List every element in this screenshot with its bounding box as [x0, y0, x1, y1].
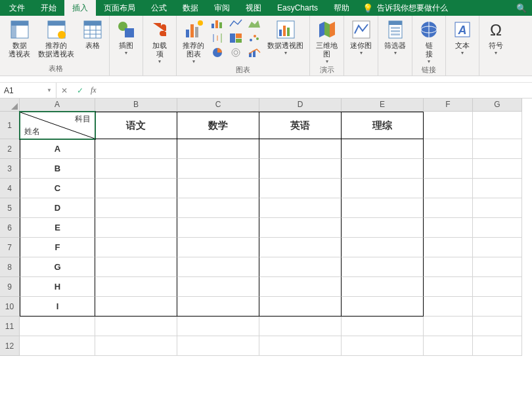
cell-C8[interactable] — [177, 257, 259, 277]
cell-E4[interactable] — [342, 179, 424, 198]
cell-D11[interactable] — [259, 317, 342, 336]
cell-C3[interactable] — [177, 159, 259, 179]
cell-F12[interactable] — [424, 336, 473, 356]
row-header-3[interactable]: 3 — [0, 159, 20, 179]
cell-E11[interactable] — [342, 317, 424, 336]
cell-E5[interactable] — [342, 198, 424, 218]
cell-A8[interactable]: G — [20, 257, 95, 277]
sparklines-button[interactable]: 迷你图 — [347, 17, 375, 58]
stock-chart-icon[interactable] — [209, 32, 226, 45]
cell-E8[interactable] — [342, 257, 424, 277]
line-chart-icon[interactable] — [227, 17, 244, 30]
cell-C6[interactable] — [177, 218, 259, 238]
area-chart-icon[interactable] — [246, 17, 263, 30]
cell-D5[interactable] — [259, 198, 342, 218]
row-header-9[interactable]: 9 — [0, 277, 20, 297]
cell-D12[interactable] — [259, 336, 342, 356]
cell-A5[interactable]: D — [20, 198, 95, 218]
accept-formula-button[interactable]: ✓ — [72, 86, 88, 95]
cell-B12[interactable] — [95, 336, 177, 356]
pivot-table-button[interactable]: 数据 透视表 — [5, 17, 33, 60]
cell-C4[interactable] — [177, 179, 259, 198]
tab-formulas[interactable]: 公式 — [143, 0, 175, 16]
tab-easycharts[interactable]: EasyCharts — [269, 0, 326, 16]
cell-E1[interactable]: 理综 — [342, 112, 424, 139]
cell-A11[interactable] — [20, 317, 95, 336]
tell-me-search[interactable]: 💡 告诉我你想要做什么 — [363, 0, 448, 16]
cell-D7[interactable] — [259, 238, 342, 257]
cell-A3[interactable]: B — [20, 159, 95, 179]
select-all-corner[interactable] — [0, 98, 20, 112]
pivot-chart-button[interactable]: 数据透视图 — [264, 17, 307, 58]
col-header-B[interactable]: B — [95, 98, 177, 112]
tab-file[interactable]: 文件 — [1, 0, 33, 16]
cell-C10[interactable] — [177, 297, 259, 317]
tab-view[interactable]: 视图 — [238, 0, 269, 16]
hierarchy-chart-icon[interactable] — [227, 32, 244, 45]
col-header-G[interactable]: G — [473, 98, 522, 112]
tab-insert[interactable]: 插入 — [64, 0, 96, 16]
cell-C5[interactable] — [177, 198, 259, 218]
3d-map-button[interactable]: 三维地 图 — [313, 17, 341, 67]
cell-D10[interactable] — [259, 297, 342, 317]
cell-A9[interactable]: H — [20, 277, 95, 297]
col-header-F[interactable]: F — [424, 98, 473, 112]
link-button[interactable]: 链 接 — [415, 17, 443, 67]
cell-G6[interactable] — [473, 218, 522, 238]
cell-B11[interactable] — [95, 317, 177, 336]
cell-A1[interactable]: 科目 姓名 — [20, 112, 95, 139]
cell-E3[interactable] — [342, 159, 424, 179]
row-header-11[interactable]: 11 — [0, 317, 20, 336]
cell-F5[interactable] — [424, 198, 473, 218]
cell-B2[interactable] — [95, 139, 177, 159]
cell-C12[interactable] — [177, 336, 259, 356]
tab-home[interactable]: 开始 — [33, 0, 64, 16]
cell-A2[interactable]: A — [20, 139, 95, 159]
cell-D2[interactable] — [259, 139, 342, 159]
cell-G2[interactable] — [473, 139, 522, 159]
scatter-chart-icon[interactable] — [246, 32, 263, 45]
search-icon[interactable]: 🔍 — [511, 0, 532, 16]
col-header-A[interactable]: A — [20, 98, 95, 112]
cell-F2[interactable] — [424, 139, 473, 159]
cell-E7[interactable] — [342, 238, 424, 257]
cell-E10[interactable] — [342, 297, 424, 317]
cell-F8[interactable] — [424, 257, 473, 277]
cell-E2[interactable] — [342, 139, 424, 159]
row-header-2[interactable]: 2 — [0, 139, 20, 159]
cell-D9[interactable] — [259, 277, 342, 297]
cell-E6[interactable] — [342, 218, 424, 238]
tab-data[interactable]: 数据 — [175, 0, 206, 16]
cell-G8[interactable] — [473, 257, 522, 277]
cell-F1[interactable] — [424, 112, 473, 139]
cell-D8[interactable] — [259, 257, 342, 277]
cell-F11[interactable] — [424, 317, 473, 336]
col-header-C[interactable]: C — [177, 98, 259, 112]
cell-B6[interactable] — [95, 218, 177, 238]
tab-help[interactable]: 帮助 — [326, 0, 357, 16]
cell-G10[interactable] — [473, 297, 522, 317]
row-header-6[interactable]: 6 — [0, 218, 20, 238]
row-header-12[interactable]: 12 — [0, 336, 20, 356]
cell-D6[interactable] — [259, 218, 342, 238]
cell-B4[interactable] — [95, 179, 177, 198]
addins-button[interactable]: 加载 项 — [146, 17, 173, 67]
cell-F9[interactable] — [424, 277, 473, 297]
cell-G4[interactable] — [473, 179, 522, 198]
symbol-button[interactable]: Ω 符号 — [482, 17, 510, 58]
cell-G7[interactable] — [473, 238, 522, 257]
cancel-formula-button[interactable]: ✕ — [56, 86, 72, 95]
cell-A10[interactable]: I — [20, 297, 95, 317]
cell-D4[interactable] — [259, 179, 342, 198]
cell-F10[interactable] — [424, 297, 473, 317]
cell-A12[interactable] — [20, 336, 95, 356]
tab-review[interactable]: 审阅 — [206, 0, 238, 16]
table-button[interactable]: 表格 — [79, 17, 106, 52]
cell-F4[interactable] — [424, 179, 473, 198]
tab-page-layout[interactable]: 页面布局 — [96, 0, 143, 16]
cell-C9[interactable] — [177, 277, 259, 297]
cell-G3[interactable] — [473, 159, 522, 179]
cell-B1[interactable]: 语文 — [95, 112, 177, 139]
cell-C11[interactable] — [177, 317, 259, 336]
row-header-5[interactable]: 5 — [0, 198, 20, 218]
